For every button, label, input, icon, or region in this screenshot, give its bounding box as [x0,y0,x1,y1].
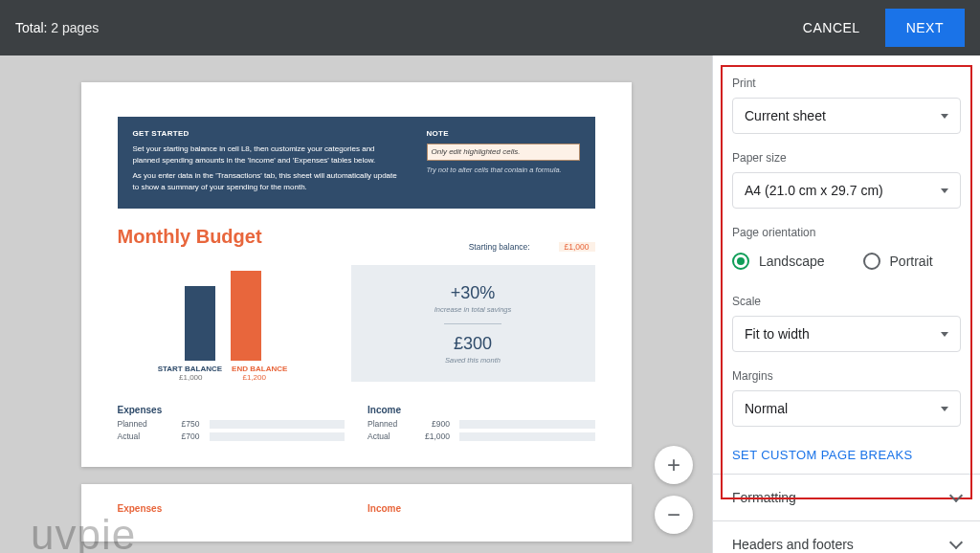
chevron-down-icon [941,188,948,193]
zoom-in-button[interactable]: + [655,446,693,484]
chevron-down-icon [941,114,948,119]
get-started-text: Set your starting balance in cell L8, th… [133,144,398,166]
bar-value-start: £1,000 [179,373,202,382]
radio-unchecked-icon [863,253,880,270]
bar-label-start: START BALANCE [158,365,222,373]
margins-dropdown[interactable]: Normal [732,390,961,427]
bar-value-end: £1,200 [243,373,266,382]
radio-checked-icon [732,253,749,270]
bar-start-balance [185,286,215,361]
chevron-down-icon [941,407,948,411]
preview-page-2: Expenses Income [81,484,632,542]
expenses-planned-row: Planned £750 [118,419,345,429]
zoom-out-button[interactable]: − [655,496,693,534]
page-count: Total: 2 pages [15,20,99,35]
cancel-button[interactable]: CANCEL [786,11,878,45]
orientation-portrait-radio[interactable]: Portrait [863,253,933,270]
note-heading: NOTE [427,128,580,140]
paper-size-label: Paper size [732,151,961,165]
get-started-text-2: As you enter data in the 'Transactions' … [133,170,398,193]
preview-page-1: GET STARTED Set your starting balance in… [81,82,632,467]
income-planned-row: Planned £900 [368,419,595,429]
balance-chart: START BALANCE END BALANCE £1,000 £1,200 [118,265,328,382]
scale-dropdown[interactable]: Fit to width [732,316,961,352]
expenses-heading: Expenses [118,405,345,415]
get-started-heading: GET STARTED [133,128,398,140]
set-custom-page-breaks-link[interactable]: SET CUSTOM PAGE BREAKS [713,432,980,474]
bar-label-end: END BALANCE [232,365,287,373]
expenses-actual-row: Actual £700 [118,431,345,441]
savings-percent: +30% [451,283,496,303]
income-actual-row: Actual £1,000 [368,431,595,441]
chevron-down-icon [941,332,948,337]
income-heading-p2: Income [368,503,595,514]
note-highlight-box: Only edit highlighted cells. [427,144,580,161]
orientation-landscape-radio[interactable]: Landscape [732,253,825,270]
print-scope-dropdown[interactable]: Current sheet [732,98,961,134]
page-title: Monthly Budget [118,226,262,248]
chevron-down-icon [949,536,963,549]
topbar: Total: 2 pages CANCEL NEXT [0,0,980,55]
note-formula-text: Try not to alter cells that contain a fo… [427,165,580,175]
scale-label: Scale [732,295,961,308]
bar-end-balance [231,271,261,361]
headers-footers-section-toggle[interactable]: Headers and footers [713,520,980,553]
chevron-down-icon [949,489,963,502]
savings-summary: +30% Increase in total savings £300 Save… [351,265,595,382]
margins-label: Margins [732,369,961,383]
next-button[interactable]: NEXT [885,9,965,47]
starting-balance-row: Starting balance: £1,000 [469,242,595,252]
formatting-section-toggle[interactable]: Formatting [713,474,980,520]
orientation-label: Page orientation [732,226,961,239]
paper-size-dropdown[interactable]: A4 (21.0 cm x 29.7 cm) [732,172,961,209]
print-settings-sidebar: Print Current sheet Paper size A4 (21.0 … [712,55,980,553]
print-label: Print [732,77,961,90]
savings-amount: £300 [454,334,492,354]
income-heading: Income [368,405,595,415]
expenses-heading-p2: Expenses [118,503,345,514]
print-preview[interactable]: GET STARTED Set your starting balance in… [0,55,712,553]
